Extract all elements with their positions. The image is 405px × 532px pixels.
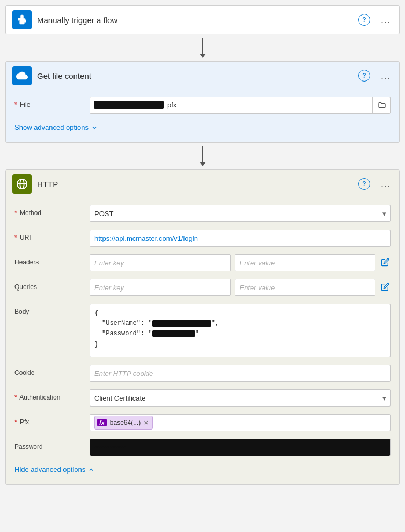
body-content: { "UserName": "", "Password": "" } (90, 304, 391, 357)
pfx-wrap: fx base64(...) × (90, 414, 391, 431)
queries-value-input[interactable] (235, 279, 376, 296)
headers-edit-button[interactable] (380, 257, 391, 269)
pfx-token-text: base64(...) (110, 419, 141, 426)
queries-wrap (90, 279, 391, 296)
auth-label: * Authentication (14, 389, 90, 401)
method-select-wrap: POST GET PUT DELETE PATCH ▾ (90, 205, 391, 222)
file-input[interactable] (90, 97, 391, 114)
uri-row: * URI (14, 230, 391, 247)
pfx-label: * Pfx (14, 414, 90, 426)
get-file-header: Get file content ? ... (6, 62, 399, 90)
cookie-row: Cookie (14, 365, 391, 382)
uri-wrap (90, 230, 391, 247)
headers-row: Headers (14, 254, 391, 271)
queries-edit-icon (381, 283, 389, 291)
trigger-help-icon: ? (358, 14, 370, 26)
trigger-card: Manually trigger a flow ? ... (5, 5, 400, 34)
http-header: HTTP ? ... (6, 170, 399, 198)
get-file-more-button[interactable]: ... (379, 68, 393, 84)
method-label: * Method (14, 205, 90, 217)
arrow-head-2 (200, 162, 206, 166)
uri-label: * URI (14, 230, 90, 241)
http-password-label: Password (14, 439, 90, 450)
cookie-label: Cookie (14, 365, 90, 376)
get-file-body: * File pfx (6, 90, 399, 142)
queries-kv-row (90, 279, 391, 296)
trigger-icon (12, 10, 32, 29)
body-wrap: { "UserName": "", "Password": "" } (90, 304, 391, 357)
file-input-wrap: pfx (90, 97, 391, 114)
pfx-token: fx base64(...) × (94, 416, 153, 430)
http-password-input[interactable] (90, 439, 390, 456)
http-help-button[interactable]: ? (356, 176, 372, 192)
chevron-up-icon (88, 467, 94, 473)
trigger-actions: ? ... (356, 12, 393, 28)
cookie-input[interactable] (90, 365, 391, 382)
headers-label: Headers (14, 254, 90, 266)
http-title: HTTP (37, 180, 351, 189)
arrow-1 (200, 34, 206, 61)
http-more-button[interactable]: ... (379, 176, 393, 192)
pfx-input-container: fx base64(...) × (90, 414, 391, 431)
http-help-icon: ? (358, 178, 370, 190)
http-password-wrap (90, 439, 391, 456)
file-browse-button[interactable] (372, 97, 391, 114)
trigger-header: Manually trigger a flow ? ... (6, 6, 399, 34)
queries-label: Queries (14, 279, 90, 291)
get-file-icon (12, 66, 32, 85)
pfx-row: * Pfx fx base64(...) × (14, 414, 391, 431)
http-password-row: Password (14, 439, 391, 456)
hide-advanced-button[interactable]: Hide advanced options (14, 463, 94, 476)
http-card: HTTP ? ... * Method (5, 169, 400, 485)
method-select[interactable]: POST GET PUT DELETE PATCH (90, 205, 391, 222)
body-row: Body { "UserName": "", "Password": "" } (14, 304, 391, 357)
folder-icon (378, 101, 386, 109)
method-row: * Method POST GET PUT DELETE PATCH ▾ (14, 205, 391, 222)
method-wrap: POST GET PUT DELETE PATCH ▾ (90, 205, 391, 222)
auth-wrap: Client Certificate None Basic OAuth ▾ (90, 389, 391, 407)
auth-select-wrap: Client Certificate None Basic OAuth ▾ (90, 389, 391, 407)
http-password-redacted (90, 439, 391, 456)
uri-input[interactable] (90, 230, 391, 247)
arrow-head-1 (200, 54, 206, 58)
pfx-fx-icon: fx (97, 419, 107, 426)
auth-select[interactable]: Client Certificate None Basic OAuth (90, 389, 391, 407)
pfx-token-remove-button[interactable]: × (144, 419, 148, 426)
arrow-line-1 (202, 38, 203, 54)
http-body: * Method POST GET PUT DELETE PATCH ▾ (6, 198, 399, 484)
password-body-redacted (152, 330, 195, 337)
file-field-wrap: pfx (90, 97, 391, 114)
arrow-line-2 (202, 146, 203, 162)
cookie-wrap (90, 365, 391, 382)
edit-icon (381, 258, 389, 267)
http-actions: ? ... (356, 176, 393, 192)
headers-kv-row (90, 254, 391, 271)
trigger-title: Manually trigger a flow (37, 16, 351, 25)
body-label: Body (14, 304, 90, 315)
queries-key-input[interactable] (90, 279, 231, 296)
get-file-help-button[interactable]: ? (356, 68, 372, 84)
auth-row: * Authentication Client Certificate None… (14, 389, 391, 407)
get-file-title: Get file content (37, 71, 351, 80)
username-redacted (152, 320, 211, 327)
get-file-help-icon: ? (358, 70, 370, 82)
get-file-actions: ? ... (356, 68, 393, 84)
show-advanced-button[interactable]: Show advanced options (14, 121, 98, 134)
get-file-card: Get file content ? ... * File (5, 61, 400, 143)
headers-wrap (90, 254, 391, 271)
queries-edit-button[interactable] (380, 282, 391, 294)
trigger-more-button[interactable]: ... (379, 12, 393, 28)
headers-value-input[interactable] (235, 254, 376, 271)
headers-key-input[interactable] (90, 254, 231, 271)
file-row: * File pfx (14, 97, 391, 114)
arrow-2 (200, 143, 206, 169)
file-label: * File (14, 97, 90, 108)
queries-row: Queries (14, 279, 391, 296)
trigger-help-button[interactable]: ? (356, 12, 372, 28)
chevron-down-icon (91, 124, 98, 131)
http-icon (12, 174, 32, 194)
